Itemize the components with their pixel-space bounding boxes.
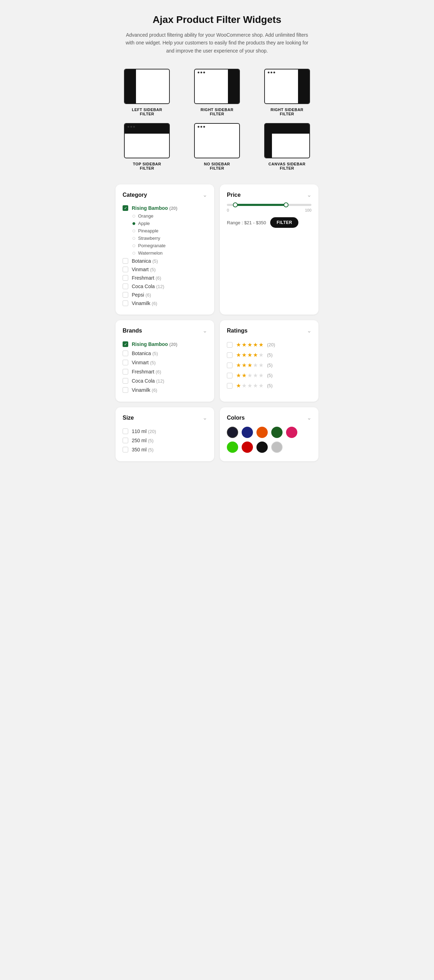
sub-item-watermelon[interactable]: Watermelon [133, 249, 207, 257]
checkbox-freshmart[interactable] [123, 275, 128, 281]
brand-item-rising-bamboo[interactable]: Rising Bamboo (20) [123, 340, 207, 349]
checkbox-pepsi[interactable] [123, 292, 128, 298]
checkbox-rating-2[interactable] [227, 373, 233, 379]
size-110ml-label: 110 ml (20) [132, 428, 156, 434]
category-item-freshmart[interactable]: Freshmart (6) [123, 274, 207, 282]
checkbox-brand-vinmart[interactable] [123, 360, 128, 365]
sub-item-strawberry[interactable]: Strawberry [133, 234, 207, 242]
sub-item-orange[interactable]: Orange [133, 212, 207, 220]
category-item-vinamilk[interactable]: Vinamilk (6) [123, 299, 207, 307]
brands-widget: Brands ⌄ Rising Bamboo (20) Botanica (5)… [116, 320, 214, 402]
price-max-label: 100 [305, 208, 311, 212]
ratings-widget-title: Ratings [227, 328, 248, 334]
layout-right-sidebar2-label: RIGHT SIDEBARFILTER [271, 108, 303, 116]
layout-left-sidebar[interactable]: LEFT SIDEBARFILTER [116, 69, 179, 116]
checkbox-rating-1[interactable] [227, 383, 233, 389]
color-swatch-navy[interactable] [242, 427, 253, 438]
checkbox-rising-bamboo[interactable] [123, 205, 128, 211]
size-widget-header: Size ⌄ [123, 414, 207, 421]
sub-dot-orange [133, 215, 135, 218]
checkbox-brand-rising-bamboo[interactable] [123, 341, 128, 347]
sub-dot-apple [133, 222, 135, 225]
size-item-350ml[interactable]: 350 ml (5) [123, 445, 207, 454]
size-item-250ml[interactable]: 250 ml (5) [123, 436, 207, 445]
colors-widget-title: Colors [227, 415, 245, 421]
layout-right-sidebar2[interactable]: RIGHT SIDEBARFILTER [255, 69, 318, 116]
size-item-110ml[interactable]: 110 ml (20) [123, 427, 207, 436]
brand-vinamilk-label: Vinamilk (6) [132, 387, 157, 393]
color-swatch-pink[interactable] [286, 427, 297, 438]
brand-item-freshmart[interactable]: Freshmart (6) [123, 367, 207, 376]
checkbox-size-250ml[interactable] [123, 438, 128, 443]
color-swatch-green[interactable] [227, 442, 238, 453]
checkbox-rating-3[interactable] [227, 363, 233, 368]
sub-item-pomegranate[interactable]: Pomegranate [133, 242, 207, 249]
layout-grid: LEFT SIDEBARFILTER RIGHT SIDEBARFILTER R… [116, 69, 318, 170]
checkbox-vinmart[interactable] [123, 267, 128, 272]
sub-item-pineapple[interactable]: Pineapple [133, 227, 207, 234]
rating-item-4star[interactable]: ★★★★★ (5) [227, 350, 311, 360]
layout-top-sidebar[interactable]: TOP SIDEBARFILTER [116, 123, 179, 170]
price-thumb-right[interactable] [284, 202, 288, 207]
no-sidebar-icon [194, 123, 240, 158]
size-widget: Size ⌄ 110 ml (20) 250 ml (5) 350 ml (5) [116, 407, 214, 461]
brand-item-botanica[interactable]: Botanica (5) [123, 349, 207, 358]
color-swatch-black[interactable] [257, 442, 268, 453]
category-chevron-icon[interactable]: ⌄ [203, 191, 207, 198]
color-swatch-darknavy[interactable] [227, 427, 238, 438]
category-botanica-label: Botanica (5) [132, 258, 158, 264]
category-item-rising-bamboo[interactable]: Rising Bamboo (20) [123, 204, 207, 212]
price-chevron-icon[interactable]: ⌄ [307, 191, 311, 198]
widgets-bottom-row: Size ⌄ 110 ml (20) 250 ml (5) 350 ml (5)… [116, 407, 318, 461]
checkbox-botanica[interactable] [123, 258, 128, 264]
price-widget: Price ⌄ 0 100 Range : $21 - $350 FILTER [220, 185, 318, 315]
category-item-pepsi[interactable]: Pepsi (6) [123, 291, 207, 299]
stars-3: ★★★★★ [236, 362, 263, 369]
checkbox-brand-freshmart[interactable] [123, 369, 128, 374]
layout-left-sidebar-label: LEFT SIDEBARFILTER [132, 108, 162, 116]
color-swatch-silver[interactable] [271, 442, 282, 453]
size-chevron-icon[interactable]: ⌄ [203, 414, 207, 421]
layout-no-sidebar[interactable]: NO SIDEBARFILTER [186, 123, 249, 170]
checkbox-cocacola[interactable] [123, 283, 128, 289]
layout-top-sidebar-label: TOP SIDEBARFILTER [133, 162, 161, 170]
price-filter-button[interactable]: FILTER [270, 217, 298, 228]
price-thumb-left[interactable] [233, 202, 238, 207]
sub-item-apple[interactable]: Apple [133, 220, 207, 227]
sub-dot-pineapple [133, 229, 135, 232]
ratings-chevron-icon[interactable]: ⌄ [307, 327, 311, 334]
checkbox-brand-cocacola[interactable] [123, 378, 128, 384]
brand-item-vinamilk[interactable]: Vinamilk (6) [123, 385, 207, 395]
layout-no-sidebar-label: NO SIDEBARFILTER [204, 162, 230, 170]
checkbox-size-350ml[interactable] [123, 447, 128, 452]
checkbox-brand-vinamilk[interactable] [123, 387, 128, 393]
rating-item-3star[interactable]: ★★★★★ (5) [227, 360, 311, 370]
brand-botanica-label: Botanica (5) [132, 350, 158, 356]
brand-item-cocacola[interactable]: Coca Cola (12) [123, 376, 207, 385]
checkbox-size-110ml[interactable] [123, 428, 128, 434]
category-item-cocacola[interactable]: Coca Cola (12) [123, 282, 207, 291]
brands-chevron-icon[interactable]: ⌄ [203, 327, 207, 334]
color-swatch-darkgreen[interactable] [271, 427, 282, 438]
category-item-vinmart[interactable]: Vinmart (5) [123, 265, 207, 274]
price-range-bar[interactable] [227, 204, 311, 206]
price-range-fill [235, 204, 286, 206]
rating-item-5star[interactable]: ★★★★★ (20) [227, 340, 311, 350]
checkbox-brand-botanica[interactable] [123, 350, 128, 356]
sub-item-pineapple-label: Pineapple [138, 228, 158, 234]
rating-item-2star[interactable]: ★★★★★ (5) [227, 370, 311, 380]
checkbox-rating-5[interactable] [227, 342, 233, 348]
rating-item-1star[interactable]: ★★★★★ (5) [227, 380, 311, 391]
ratings-widget: Ratings ⌄ ★★★★★ (20) ★★★★★ (5) ★★★★★ (5) [220, 320, 318, 402]
layout-right-sidebar[interactable]: RIGHT SIDEBARFILTER [186, 69, 249, 116]
category-item-botanica[interactable]: Botanica (5) [123, 257, 207, 265]
checkbox-rating-4[interactable] [227, 352, 233, 358]
layout-canvas-sidebar[interactable]: CANVAS SIDEBARFILTER [255, 123, 318, 170]
checkbox-vinamilk[interactable] [123, 301, 128, 306]
colors-chevron-icon[interactable]: ⌄ [307, 414, 311, 421]
brand-item-vinmart[interactable]: Vinmart (5) [123, 358, 207, 367]
color-swatch-orange[interactable] [257, 427, 268, 438]
category-widget-header: Category ⌄ [123, 191, 207, 198]
color-swatch-red[interactable] [242, 442, 253, 453]
colors-widget: Colors ⌄ [220, 407, 318, 461]
